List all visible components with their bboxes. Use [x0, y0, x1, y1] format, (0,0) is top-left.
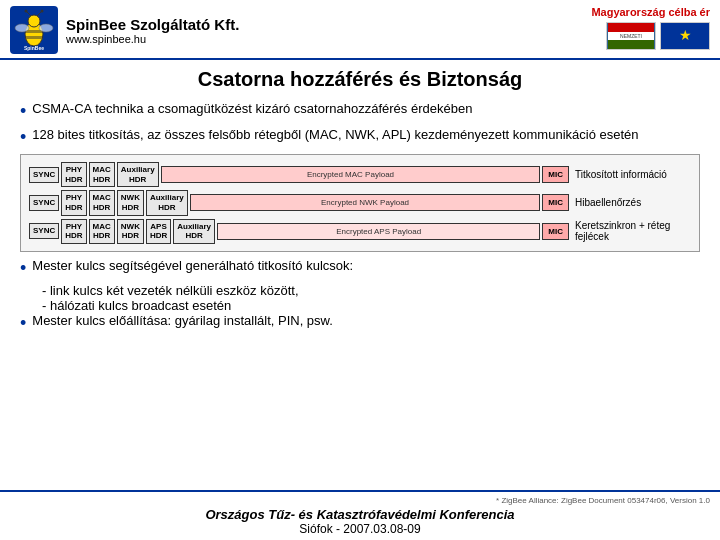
magyarorszag-text: Magyarország célba ér	[591, 6, 710, 18]
logo-icon: SpinBee	[10, 6, 58, 54]
diagram-row-2: SYNC PHYHDR MACHDR NWKHDR AuxiliaryHDR E…	[29, 190, 691, 215]
national-flag-logo: NEMZETI	[606, 22, 656, 50]
sync-cell-1: SYNC	[29, 167, 59, 183]
bullet-dot-1: •	[20, 101, 26, 123]
sub-bullet-text-3: - hálózati kulcs broadcast esetén	[42, 298, 231, 313]
aux-cell-1: AuxiliaryHDR	[117, 162, 159, 187]
svg-text:NEMZETI: NEMZETI	[620, 33, 642, 39]
bullet-dot-2: •	[20, 127, 26, 149]
company-url: www.spinbee.hu	[66, 33, 239, 45]
svg-point-5	[39, 24, 53, 32]
sync-cell-3: SYNC	[29, 223, 59, 239]
bottom-bullet-1: • Mester kulcs segítségével generálható …	[20, 258, 700, 280]
bottom-bullet-4: • Mester kulcs előállítása: gyárilag ins…	[20, 313, 700, 335]
bottom-bullet-dot-1: •	[20, 258, 26, 280]
mac-cell-1: MACHDR	[89, 162, 115, 187]
ann1: Titkosított információ	[571, 169, 691, 180]
mac-cell-2: MACHDR	[89, 190, 115, 215]
mac-cell-3: MACHDR	[89, 219, 115, 244]
eu-flag-logo: ★	[660, 22, 710, 50]
nwk-cell-2: NWKHDR	[117, 190, 144, 215]
bottom-bullets: • Mester kulcs segítségével generálható …	[20, 258, 700, 335]
aux-cell-3: AuxiliaryHDR	[173, 219, 215, 244]
footer-location: Siófok - 2007.03.08-09	[10, 522, 710, 536]
svg-rect-11	[608, 23, 654, 32]
mac-payload: Encrypted MAC Payload	[161, 166, 541, 183]
bullet-item-2: • 128 bites titkosítás, az összes felsőb…	[20, 127, 700, 149]
sub-bullet-2: - link kulcs két vezeték nélküli eszköz …	[20, 283, 700, 298]
company-text: SpinBee Szolgáltató Kft. www.spinbee.hu	[66, 16, 239, 45]
flag-logos: NEMZETI ★	[606, 22, 710, 50]
svg-text:SpinBee: SpinBee	[24, 45, 44, 51]
aux-cell-2: AuxiliaryHDR	[146, 190, 188, 215]
footer: * ZigBee Alliance: ZigBee Document 05347…	[0, 490, 720, 540]
svg-rect-2	[25, 36, 43, 39]
phy-cell-2: PHYHDR	[61, 190, 86, 215]
sub-bullet-3: - hálózati kulcs broadcast esetén	[20, 298, 700, 313]
svg-point-8	[25, 10, 28, 13]
nwk-payload: Encrypted NWK Payload	[190, 194, 541, 211]
sync-cell-2: SYNC	[29, 195, 59, 211]
page-title-area: Csatorna hozzáférés és Biztonság	[20, 68, 700, 91]
mac-mic: MIC	[542, 166, 569, 183]
svg-rect-13	[608, 40, 654, 49]
bottom-bullet-dot-4: •	[20, 313, 26, 335]
sub-bullet-text-2: - link kulcs két vezeték nélküli eszköz …	[42, 283, 299, 298]
aps-mic: MIC	[542, 223, 569, 240]
nwk-mic: MIC	[542, 194, 569, 211]
bottom-bullet-text-1: Mester kulcs segítségével generálható ti…	[32, 258, 700, 273]
bottom-bullet-text-4: Mester kulcs előállítása: gyárilag insta…	[32, 313, 700, 328]
svg-text:★: ★	[679, 27, 692, 43]
diagram-row-3: SYNC PHYHDR MACHDR NWKHDR APSHDR Auxilia…	[29, 219, 691, 244]
bullet-item-1: • CSMA-CA technika a csomagütközést kizá…	[20, 101, 700, 123]
header: SpinBee SpinBee Szolgáltató Kft. www.spi…	[0, 0, 720, 60]
svg-point-3	[28, 15, 40, 27]
svg-point-4	[15, 24, 29, 32]
bullet-text-2: 128 bites titkosítás, az összes felsőbb …	[32, 127, 700, 142]
diagram-area: SYNC PHYHDR MACHDR AuxiliaryHDR Encrypte…	[20, 154, 700, 252]
ann3: Keretszinkron + réteg fejlécek	[571, 220, 691, 242]
footer-conference: Országos Tűz- és Katasztrófavédelmi Konf…	[10, 507, 710, 522]
logo-area: SpinBee SpinBee Szolgáltató Kft. www.spi…	[10, 6, 239, 54]
bullet-text-1: CSMA-CA technika a csomagütközést kizáró…	[32, 101, 700, 116]
header-right: Magyarország célba ér NEMZETI ★	[591, 6, 710, 50]
svg-point-9	[41, 10, 44, 13]
main-content: Csatorna hozzáférés és Biztonság • CSMA-…	[0, 60, 720, 343]
phy-cell-1: PHYHDR	[61, 162, 86, 187]
company-name: SpinBee Szolgáltató Kft.	[66, 16, 239, 33]
footer-reference: * ZigBee Alliance: ZigBee Document 05347…	[10, 496, 710, 505]
nwk-cell-3: NWKHDR	[117, 219, 144, 244]
aps-cell-3: APSHDR	[146, 219, 171, 244]
aps-payload: Encrypted APS Payload	[217, 223, 540, 240]
phy-cell-3: PHYHDR	[61, 219, 86, 244]
page-title: Csatorna hozzáférés és Biztonság	[198, 68, 523, 90]
ann2: Hibaellenőrzés	[571, 197, 691, 208]
diagram-row-1: SYNC PHYHDR MACHDR AuxiliaryHDR Encrypte…	[29, 162, 691, 187]
